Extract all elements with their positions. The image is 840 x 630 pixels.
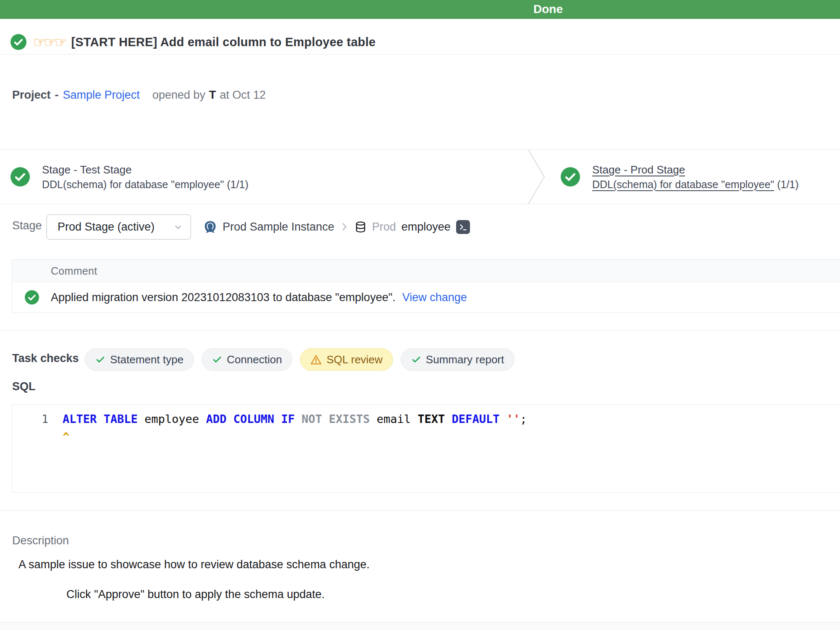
database-environment-prefix: Prod [372, 220, 396, 234]
stage-prod-task-count: (1/1) [774, 178, 798, 190]
stage-selector-row: Stage Prod Stage (active) Prod Sample In… [0, 213, 840, 240]
description-label: Description [12, 534, 69, 547]
description-paragraph: Click "Approve" button to apply the sche… [66, 588, 325, 601]
sql-token: ; [520, 412, 527, 425]
task-run-table: Comment Applied migration version 202310… [12, 259, 840, 313]
pipeline-stage-strip: Stage - Test Stage DDL(schema) for datab… [0, 149, 840, 204]
sql-code-editor[interactable]: 1 ALTER TABLE employee ADD COLUMN IF NOT… [12, 404, 840, 493]
stage-select-dropdown[interactable]: Prod Stage (active) [46, 214, 191, 240]
creator-name: T [209, 89, 216, 102]
check-label: SQL review [326, 353, 382, 366]
stage-test-title: Stage - Test Stage [42, 162, 249, 177]
project-label: Project [12, 89, 51, 102]
database-breadcrumb: Prod Sample Instance Prod employee [203, 213, 470, 240]
sql-token: DEFAULT [452, 412, 507, 425]
stage-prod-check-icon [561, 167, 580, 186]
database-icon [354, 221, 367, 233]
stage-select-value: Prod Stage (active) [58, 220, 173, 234]
task-checks-label: Task checks [12, 352, 79, 365]
stage-test[interactable]: Stage - Test Stage DDL(schema) for datab… [10, 150, 249, 204]
check-connection[interactable]: Connection [202, 348, 293, 371]
issue-title-row: ☞☞☞ [START HERE] Add email column to Emp… [10, 34, 375, 50]
status-banner: Done [0, 0, 840, 19]
sql-review-warning-caret: ^ [63, 430, 69, 443]
postgresql-icon [203, 220, 217, 234]
line-number: 1 [42, 412, 48, 425]
check-sql-review[interactable]: SQL review [300, 348, 393, 371]
opened-at-text: at Oct 12 [220, 89, 266, 102]
sql-token: ALTER TABLE [63, 412, 144, 425]
stage-selector-label: Stage [12, 219, 42, 232]
section-divider [0, 331, 840, 331]
check-summary-report[interactable]: Summary report [401, 348, 514, 371]
sql-statement: ALTER TABLE employee ADD COLUMN IF NOT E… [63, 412, 527, 425]
sql-token: email [377, 412, 418, 425]
comment-column-header: Comment [12, 260, 840, 282]
instance-name-link[interactable]: Prod Sample Instance [223, 220, 334, 234]
stage-prod[interactable]: Stage - Prod Stage DDL(schema) for datab… [561, 150, 799, 204]
section-divider [0, 510, 840, 511]
check-icon [411, 354, 421, 365]
stage-test-subtitle: DDL(schema) for database "employee" (1/1… [42, 177, 249, 192]
chevron-down-icon [173, 223, 183, 232]
check-statement-type[interactable]: Statement type [85, 348, 194, 371]
stage-test-check-icon [10, 167, 30, 186]
task-run-comment: Applied migration version 20231012083103… [51, 291, 396, 304]
opened-by-text: opened by [152, 89, 205, 102]
check-label: Connection [227, 353, 282, 366]
status-banner-label: Done [533, 3, 563, 16]
task-checks-pills: Statement type Connection SQL review Sum… [85, 348, 514, 371]
sql-token: ADD COLUMN IF [206, 412, 302, 425]
check-icon [95, 354, 105, 365]
stage-prod-title-link[interactable]: Stage - Prod Stage [592, 162, 799, 177]
check-label: Summary report [426, 353, 504, 366]
task-run-row: Applied migration version 20231012083103… [12, 282, 840, 312]
warning-triangle-icon [310, 354, 322, 365]
sql-section-label: SQL [12, 380, 36, 393]
check-icon [212, 354, 222, 365]
title-divider [0, 54, 840, 55]
description-paragraph: A sample issue to showcase how to review… [18, 558, 370, 571]
sql-token: NOT EXISTS [302, 412, 377, 425]
issue-title: [START HERE] Add email column to Employe… [71, 35, 375, 49]
stage-prod-task-link[interactable]: DDL(schema) for database "employee" [592, 178, 774, 190]
sql-token: employee [144, 412, 206, 425]
task-run-success-icon [25, 290, 39, 304]
next-section-edge [0, 622, 840, 630]
database-name-link[interactable]: employee [402, 220, 451, 234]
open-sql-editor-button[interactable] [456, 220, 470, 234]
issue-done-check-icon [10, 34, 26, 50]
chevron-right-icon [340, 221, 349, 232]
project-separator: - [55, 89, 59, 102]
sql-token: TEXT [417, 412, 452, 425]
project-row: Project - Sample Project opened by T at … [12, 89, 266, 102]
view-change-link[interactable]: View change [402, 291, 467, 304]
sql-token: '' [507, 412, 520, 425]
stage-separator-chevron-icon [528, 149, 547, 205]
pointing-hands-emoji: ☞☞☞ [33, 34, 65, 50]
issue-page: Done ☞☞☞ [START HERE] Add email column t… [0, 0, 840, 630]
check-label: Statement type [110, 353, 184, 366]
project-link[interactable]: Sample Project [63, 89, 140, 102]
